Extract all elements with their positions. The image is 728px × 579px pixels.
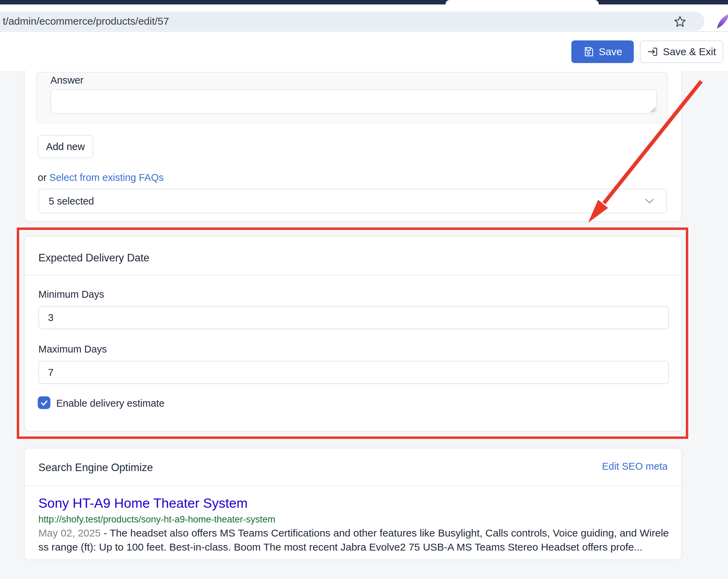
seo-separator: - xyxy=(101,527,110,539)
browser-tab-strip xyxy=(0,0,728,4)
faq-card: Answer Add new or Select from existing F… xyxy=(24,70,682,222)
faq-or-row: or Select from existing FAQs xyxy=(38,172,163,183)
page-header: Save Save & Exit xyxy=(0,32,728,71)
seo-preview-description: May 02, 2025 - The headset also offers M… xyxy=(38,526,672,554)
textarea-resize-handle-icon[interactable] xyxy=(649,106,656,113)
browser-toolbar: t/admin/ecommerce/products/edit/57 xyxy=(0,4,728,32)
checkmark-icon xyxy=(40,398,49,407)
extension-feather-icon[interactable] xyxy=(716,12,728,30)
seo-card-title: Search Engine Optimize xyxy=(38,461,153,474)
faq-multiselect-value: 5 selected xyxy=(49,189,94,213)
address-bar-url[interactable]: t/admin/ecommerce/products/edit/57 xyxy=(3,12,169,31)
answer-textarea[interactable] xyxy=(50,89,657,114)
maximum-days-input[interactable] xyxy=(38,361,669,384)
save-and-exit-button[interactable]: Save & Exit xyxy=(640,40,723,63)
delivery-card-title: Expected Delivery Date xyxy=(38,252,149,264)
save-and-exit-label: Save & Exit xyxy=(663,46,716,58)
expected-delivery-card: Expected Delivery Date Minimum Days Maxi… xyxy=(24,236,682,432)
save-icon xyxy=(583,46,594,57)
address-bar[interactable]: t/admin/ecommerce/products/edit/57 xyxy=(0,12,704,31)
seo-preview-title[interactable]: Sony HT-A9 Home Theater System xyxy=(38,496,248,511)
seo-preview-url: http://shofy.test/products/sony-ht-a9-ho… xyxy=(38,514,275,525)
minimum-days-input[interactable] xyxy=(38,306,669,329)
maximum-days-label: Maximum Days xyxy=(38,344,107,355)
seo-card: Search Engine Optimize Edit SEO meta Son… xyxy=(24,448,682,560)
seo-description-text: The headset also offers MS Teams Certifi… xyxy=(38,527,669,553)
seo-preview-date: May 02, 2025 xyxy=(38,527,101,539)
exit-icon xyxy=(647,46,658,57)
add-new-label: Add new xyxy=(46,141,85,152)
divider xyxy=(25,485,681,486)
faq-item-box: Answer xyxy=(36,72,668,123)
add-new-button[interactable]: Add new xyxy=(38,135,93,158)
chevron-down-icon xyxy=(644,197,655,205)
enable-delivery-estimate-label: Enable delivery estimate xyxy=(56,398,165,409)
active-tab-top[interactable] xyxy=(446,0,599,4)
minimum-days-label: Minimum Days xyxy=(38,289,104,300)
select-existing-faqs-link[interactable]: Select from existing FAQs xyxy=(49,172,164,183)
save-button-label: Save xyxy=(599,46,622,58)
save-button[interactable]: Save xyxy=(571,40,634,63)
enable-delivery-estimate-checkbox[interactable] xyxy=(38,396,50,409)
or-text: or xyxy=(38,172,49,183)
bookmark-star-icon[interactable] xyxy=(674,15,687,28)
edit-seo-meta-link[interactable]: Edit SEO meta xyxy=(602,461,668,472)
answer-label: Answer xyxy=(50,75,84,86)
divider xyxy=(25,275,681,275)
faq-multiselect[interactable]: 5 selected xyxy=(38,189,667,213)
